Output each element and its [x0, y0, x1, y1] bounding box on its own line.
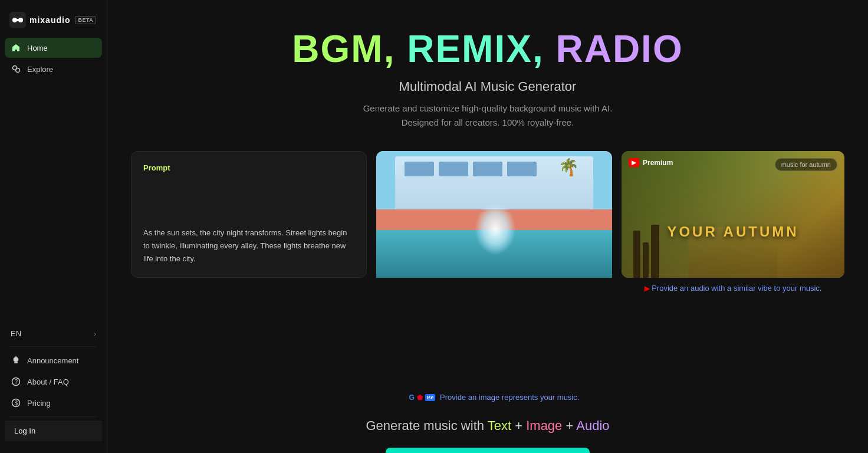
generate-section: Generate music with Text + Image + Audio…: [366, 418, 609, 453]
audio-card-visual: ▶ Premium music for autumn YOUR AUTUMN: [622, 151, 844, 278]
pricing-icon: $: [11, 398, 21, 408]
explore-icon: [11, 64, 21, 74]
sidebar: mixaudio BETA Home Explore EN ›: [0, 0, 107, 453]
announcement-icon: [11, 355, 21, 366]
sidebar-divider: [9, 346, 97, 347]
log-in-button[interactable]: Log In: [5, 421, 102, 441]
prompt-text: As the sun sets, the city night transfor…: [143, 186, 354, 265]
generate-image-label: Image: [526, 418, 562, 433]
lang-chevron: ›: [94, 330, 96, 337]
sidebar-bottom: EN › Announcement ? About / FAQ: [0, 320, 107, 446]
cards-row: Prompt As the sun sets, the city night t…: [131, 151, 844, 402]
sidebar-lang[interactable]: EN ›: [5, 324, 102, 343]
hero-desc: Generate and customize high-quality back…: [363, 101, 613, 130]
yt-small-icon: ▶: [645, 284, 650, 293]
prompt-card[interactable]: Prompt As the sun sets, the city night t…: [131, 151, 367, 278]
audio-card-wrapper: ▶ Premium music for autumn YOUR AUTUMN ▶…: [622, 151, 844, 293]
audio-search-pill: music for autumn: [775, 158, 837, 171]
svg-text:?: ?: [15, 379, 18, 385]
audio-caption-link[interactable]: Provide an audio with a similar vibe to …: [652, 284, 821, 293]
logo: mixaudio BETA: [0, 7, 107, 38]
generate-audio-label: Audio: [576, 418, 609, 433]
sidebar-item-pricing[interactable]: $ Pricing: [5, 393, 102, 413]
svg-text:$: $: [15, 400, 18, 406]
yt-premium-text: Premium: [643, 159, 673, 167]
image-caption-link[interactable]: Provide an image represents your music.: [440, 393, 579, 402]
hero-title: BGM, REMIX, RADIO: [292, 28, 683, 70]
sidebar-item-explore[interactable]: Explore: [5, 59, 102, 79]
home-icon: [11, 42, 21, 53]
svg-rect-3: [15, 19, 21, 21]
autumn-text: YOUR AUTUMN: [667, 224, 798, 240]
logo-icon: [9, 12, 26, 28]
generate-text-label: Text: [488, 418, 511, 433]
pinterest-icon: ⬟: [417, 393, 423, 402]
logo-text: mixaudio: [29, 15, 70, 25]
google-icon: G: [409, 393, 415, 402]
sidebar-item-home[interactable]: Home: [5, 38, 102, 58]
sidebar-item-home-label: Home: [27, 44, 48, 52]
sidebar-item-announcement[interactable]: Announcement: [5, 350, 102, 370]
faq-icon: ?: [11, 376, 21, 387]
sidebar-item-about-faq-label: About / FAQ: [27, 378, 69, 386]
main-content: BGM, REMIX, RADIO Multimodal AI Music Ge…: [107, 0, 868, 453]
sidebar-item-about-faq[interactable]: ? About / FAQ: [5, 372, 102, 392]
image-card[interactable]: 🌴: [376, 151, 612, 387]
behance-icon: Bē: [425, 394, 436, 401]
image-card-wrapper: 🌴 G ⬟ Bē Provide an image repre: [376, 151, 612, 402]
hero-subtitle: Multimodal AI Music Generator: [399, 79, 577, 94]
generate-music-button[interactable]: GENERATE MUSIC: [386, 448, 590, 453]
sidebar-item-explore-label: Explore: [27, 65, 53, 74]
prompt-label: Prompt: [143, 163, 354, 172]
audio-card-caption: ▶ Provide an audio with a similar vibe t…: [622, 284, 844, 293]
yt-icon: ▶: [629, 158, 639, 167]
sidebar-item-pricing-label: Pricing: [27, 399, 51, 408]
image-card-visual: 🌴: [376, 151, 612, 278]
sidebar-nav: Home Explore: [0, 38, 107, 320]
hero-title-remix: REMIX,: [407, 28, 544, 70]
sidebar-divider-2: [9, 416, 97, 417]
hero-title-radio: RADIO: [555, 28, 683, 70]
audio-card[interactable]: ▶ Premium music for autumn YOUR AUTUMN: [622, 151, 844, 278]
image-card-caption: G ⬟ Bē Provide an image represents your …: [376, 393, 612, 402]
lang-label: EN: [11, 329, 21, 338]
beta-badge: BETA: [75, 16, 96, 24]
yt-badge: ▶ Premium: [629, 158, 673, 167]
hero-title-bgm: BGM,: [292, 28, 395, 70]
svg-point-5: [16, 68, 20, 73]
sidebar-item-announcement-label: Announcement: [27, 356, 78, 365]
social-icons: G ⬟ Bē: [409, 393, 436, 402]
generate-label: Generate music with Text + Image + Audio: [366, 418, 609, 434]
